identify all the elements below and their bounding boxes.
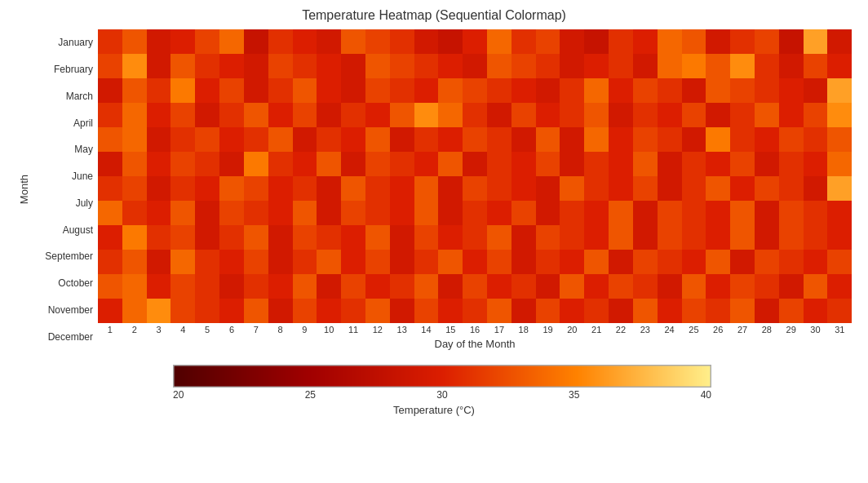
heatmap-cell [219,250,244,274]
heatmap-cell [804,54,828,78]
heatmap-cell [244,127,268,152]
heatmap-cell [682,250,706,274]
heatmap-row-september [98,225,852,250]
heatmap-cell [804,274,828,299]
heatmap-cell [341,29,365,54]
heatmap-cell [658,250,682,274]
x-label-day-3: 3 [147,325,171,335]
heatmap-cell [584,78,609,103]
colorbar-tick-20: 20 [173,389,184,401]
heatmap-cell [390,176,414,201]
heatmap-cell [365,176,390,201]
y-label-september: September [45,244,93,268]
heatmap-cell [170,103,195,127]
heatmap-cell [414,103,439,127]
heatmap-cell [633,274,658,299]
heatmap-cell [755,250,779,274]
y-label-december: December [48,325,93,349]
heatmap-cell [487,127,512,152]
heatmap-cell [658,152,682,176]
heatmap-cell [219,201,244,225]
heatmap-cell [730,54,755,78]
heatmap-cell [268,176,293,201]
heatmap-cell [730,250,755,274]
heatmap-cell [390,103,414,127]
heatmap-cell [341,152,365,176]
heatmap-cell [682,78,706,103]
heatmap-cell [122,201,147,225]
x-label-day-23: 23 [633,325,658,335]
y-label-february: February [54,57,93,82]
heatmap-cell [244,103,268,127]
chart-container: Temperature Heatmap (Sequential Colormap… [0,0,868,483]
x-label-day-20: 20 [560,325,584,335]
heatmap-cell [170,201,195,225]
heatmap-cell [438,225,463,250]
heatmap-cell [122,274,147,299]
heatmap-cell [609,176,633,201]
heatmap-cell [633,54,658,78]
heatmap-cell [755,54,779,78]
heatmap-cell [390,299,414,323]
heatmap-cell [317,176,341,201]
heatmap-cell [706,176,730,201]
heatmap-cell [438,299,463,323]
heatmap-cell [268,250,293,274]
heatmap-cell [584,176,609,201]
heatmap-cell [755,152,779,176]
heatmap-cell [317,225,341,250]
heatmap-cell [244,201,268,225]
heatmap-cell [390,152,414,176]
heatmap-cell [463,299,487,323]
heatmap-cell [706,127,730,152]
heatmap-cell [487,54,512,78]
heatmap-cell [804,127,828,152]
heatmap-cell [512,152,536,176]
heatmap-cell [438,29,463,54]
y-axis: JanuaryFebruaryMarchAprilMayJuneJulyAugu… [33,29,98,350]
heatmap-cell [147,127,171,152]
heatmap-cell [560,103,584,127]
heatmap-cell [195,78,219,103]
heatmap-cell [755,78,779,103]
heatmap-cell [584,250,609,274]
heatmap-cell [365,152,390,176]
heatmap-right: 1234567891011121314151617181920212223242… [98,29,852,350]
heatmap-cell [827,103,852,127]
heatmap-cell [804,225,828,250]
heatmap-cell [682,103,706,127]
heatmap-cell [219,127,244,152]
heatmap-cell [317,152,341,176]
colorbar [173,365,711,388]
heatmap-cell [536,103,560,127]
heatmap-cell [827,225,852,250]
heatmap-cell [414,299,439,323]
heatmap-cell [682,127,706,152]
heatmap-cell [317,299,341,323]
heatmap-cell [512,29,536,54]
heatmap-cell [170,127,195,152]
colorbar-ticks: 2025303540 [173,389,711,401]
heatmap-cell [438,152,463,176]
heatmap-cell [147,176,171,201]
x-label-day-22: 22 [609,325,633,335]
heatmap-cell [804,299,828,323]
heatmap-cell [658,127,682,152]
heatmap-cell [98,274,122,299]
heatmap-cell [487,201,512,225]
heatmap-cell [170,54,195,78]
heatmap-cell [98,152,122,176]
heatmap-cell [293,250,317,274]
heatmap-cell [584,274,609,299]
heatmap-cell [219,103,244,127]
heatmap-row-april [98,103,852,127]
heatmap-cell [98,127,122,152]
heatmap-cell [730,103,755,127]
heatmap-cell [268,299,293,323]
heatmap-cell [341,54,365,78]
heatmap-cell [779,127,804,152]
x-label-day-4: 4 [170,325,195,335]
heatmap-cell [609,103,633,127]
heatmap-cell [609,54,633,78]
heatmap-cell [682,299,706,323]
